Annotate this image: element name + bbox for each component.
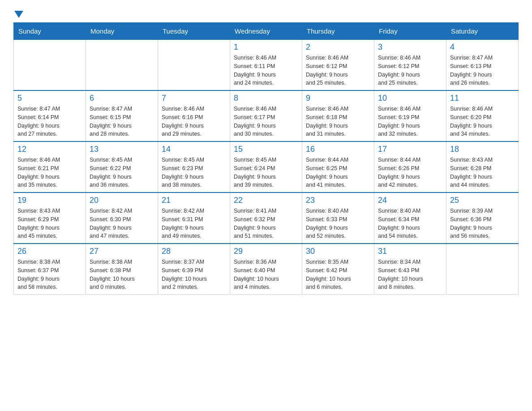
calendar-cell: 6Sunrise: 8:47 AM Sunset: 6:15 PM Daylig… — [86, 90, 158, 141]
day-info: Sunrise: 8:38 AM Sunset: 6:37 PM Dayligh… — [17, 258, 82, 291]
day-info: Sunrise: 8:44 AM Sunset: 6:26 PM Dayligh… — [378, 156, 442, 189]
day-number: 5 — [17, 94, 82, 103]
weekday-header-thursday: Thursday — [302, 23, 374, 40]
day-number: 20 — [90, 196, 154, 205]
day-number: 27 — [90, 247, 154, 256]
day-number: 31 — [378, 247, 442, 256]
calendar-cell: 1Sunrise: 8:46 AM Sunset: 6:11 PM Daylig… — [230, 40, 302, 91]
calendar-cell — [86, 40, 158, 91]
day-number: 8 — [234, 94, 298, 103]
day-info: Sunrise: 8:47 AM Sunset: 6:14 PM Dayligh… — [17, 105, 82, 138]
calendar-header-row: SundayMondayTuesdayWednesdayThursdayFrid… — [14, 23, 519, 40]
page-header — [13, 9, 519, 18]
day-info: Sunrise: 8:41 AM Sunset: 6:32 PM Dayligh… — [234, 207, 298, 240]
day-info: Sunrise: 8:35 AM Sunset: 6:42 PM Dayligh… — [306, 258, 370, 291]
day-number: 11 — [450, 94, 515, 103]
logo-triangle-icon — [14, 11, 23, 18]
day-info: Sunrise: 8:40 AM Sunset: 6:33 PM Dayligh… — [306, 207, 370, 240]
day-number: 9 — [306, 94, 370, 103]
day-info: Sunrise: 8:40 AM Sunset: 6:34 PM Dayligh… — [378, 207, 442, 240]
day-number: 14 — [162, 145, 226, 154]
calendar-cell: 27Sunrise: 8:38 AM Sunset: 6:38 PM Dayli… — [86, 244, 158, 295]
day-info: Sunrise: 8:45 AM Sunset: 6:24 PM Dayligh… — [234, 156, 298, 189]
weekday-header-saturday: Saturday — [446, 23, 519, 40]
calendar-cell: 3Sunrise: 8:46 AM Sunset: 6:12 PM Daylig… — [374, 40, 446, 91]
day-info: Sunrise: 8:46 AM Sunset: 6:12 PM Dayligh… — [306, 54, 370, 87]
day-number: 26 — [17, 247, 82, 256]
calendar-cell: 20Sunrise: 8:42 AM Sunset: 6:30 PM Dayli… — [86, 193, 158, 244]
calendar-cell: 4Sunrise: 8:47 AM Sunset: 6:13 PM Daylig… — [446, 40, 519, 91]
calendar-cell: 12Sunrise: 8:46 AM Sunset: 6:21 PM Dayli… — [14, 141, 86, 193]
calendar-cell: 18Sunrise: 8:43 AM Sunset: 6:28 PM Dayli… — [446, 141, 519, 193]
calendar-cell: 7Sunrise: 8:46 AM Sunset: 6:16 PM Daylig… — [158, 90, 230, 141]
day-number: 21 — [162, 196, 226, 205]
calendar-cell — [14, 40, 86, 91]
day-number: 15 — [234, 145, 298, 154]
day-number: 6 — [90, 94, 154, 103]
day-info: Sunrise: 8:46 AM Sunset: 6:21 PM Dayligh… — [17, 156, 82, 189]
day-number: 3 — [378, 43, 442, 52]
day-info: Sunrise: 8:47 AM Sunset: 6:15 PM Dayligh… — [90, 105, 154, 138]
day-info: Sunrise: 8:46 AM Sunset: 6:11 PM Dayligh… — [234, 54, 298, 87]
day-number: 23 — [306, 196, 370, 205]
day-number: 25 — [450, 196, 515, 205]
day-info: Sunrise: 8:45 AM Sunset: 6:23 PM Dayligh… — [162, 156, 226, 189]
calendar-cell: 15Sunrise: 8:45 AM Sunset: 6:24 PM Dayli… — [230, 141, 302, 193]
day-info: Sunrise: 8:36 AM Sunset: 6:40 PM Dayligh… — [234, 258, 298, 291]
calendar-cell: 14Sunrise: 8:45 AM Sunset: 6:23 PM Dayli… — [158, 141, 230, 193]
day-number: 30 — [306, 247, 370, 256]
day-number: 13 — [90, 145, 154, 154]
day-info: Sunrise: 8:46 AM Sunset: 6:20 PM Dayligh… — [450, 105, 515, 138]
day-info: Sunrise: 8:45 AM Sunset: 6:22 PM Dayligh… — [90, 156, 154, 189]
day-info: Sunrise: 8:43 AM Sunset: 6:28 PM Dayligh… — [450, 156, 515, 189]
logo — [13, 9, 23, 18]
day-info: Sunrise: 8:38 AM Sunset: 6:38 PM Dayligh… — [90, 258, 154, 291]
day-number: 7 — [162, 94, 226, 103]
day-number: 10 — [378, 94, 442, 103]
calendar-cell: 5Sunrise: 8:47 AM Sunset: 6:14 PM Daylig… — [14, 90, 86, 141]
calendar-cell — [158, 40, 230, 91]
day-info: Sunrise: 8:37 AM Sunset: 6:39 PM Dayligh… — [162, 258, 226, 291]
calendar-cell: 19Sunrise: 8:43 AM Sunset: 6:29 PM Dayli… — [14, 193, 86, 244]
day-info: Sunrise: 8:46 AM Sunset: 6:16 PM Dayligh… — [162, 105, 226, 138]
calendar-cell — [446, 244, 519, 295]
day-info: Sunrise: 8:46 AM Sunset: 6:12 PM Dayligh… — [378, 54, 442, 87]
day-number: 2 — [306, 43, 370, 52]
calendar-cell: 9Sunrise: 8:46 AM Sunset: 6:18 PM Daylig… — [302, 90, 374, 141]
weekday-header-sunday: Sunday — [14, 23, 86, 40]
calendar-cell: 29Sunrise: 8:36 AM Sunset: 6:40 PM Dayli… — [230, 244, 302, 295]
day-info: Sunrise: 8:43 AM Sunset: 6:29 PM Dayligh… — [17, 207, 82, 240]
day-info: Sunrise: 8:44 AM Sunset: 6:25 PM Dayligh… — [306, 156, 370, 189]
weekday-header-tuesday: Tuesday — [158, 23, 230, 40]
calendar-cell: 30Sunrise: 8:35 AM Sunset: 6:42 PM Dayli… — [302, 244, 374, 295]
calendar-cell: 23Sunrise: 8:40 AM Sunset: 6:33 PM Dayli… — [302, 193, 374, 244]
day-number: 28 — [162, 247, 226, 256]
day-number: 1 — [234, 43, 298, 52]
day-info: Sunrise: 8:42 AM Sunset: 6:30 PM Dayligh… — [90, 207, 154, 240]
day-number: 18 — [450, 145, 515, 154]
day-number: 17 — [378, 145, 442, 154]
calendar-week-row: 26Sunrise: 8:38 AM Sunset: 6:37 PM Dayli… — [14, 244, 519, 295]
day-info: Sunrise: 8:39 AM Sunset: 6:36 PM Dayligh… — [450, 207, 515, 240]
calendar-cell: 26Sunrise: 8:38 AM Sunset: 6:37 PM Dayli… — [14, 244, 86, 295]
calendar-week-row: 1Sunrise: 8:46 AM Sunset: 6:11 PM Daylig… — [14, 40, 519, 91]
calendar-table: SundayMondayTuesdayWednesdayThursdayFrid… — [13, 22, 519, 295]
weekday-header-wednesday: Wednesday — [230, 23, 302, 40]
calendar-week-row: 12Sunrise: 8:46 AM Sunset: 6:21 PM Dayli… — [14, 141, 519, 193]
day-info: Sunrise: 8:46 AM Sunset: 6:19 PM Dayligh… — [378, 105, 442, 138]
calendar-cell: 25Sunrise: 8:39 AM Sunset: 6:36 PM Dayli… — [446, 193, 519, 244]
calendar-cell: 10Sunrise: 8:46 AM Sunset: 6:19 PM Dayli… — [374, 90, 446, 141]
calendar-cell: 21Sunrise: 8:42 AM Sunset: 6:31 PM Dayli… — [158, 193, 230, 244]
calendar-cell: 22Sunrise: 8:41 AM Sunset: 6:32 PM Dayli… — [230, 193, 302, 244]
day-info: Sunrise: 8:47 AM Sunset: 6:13 PM Dayligh… — [450, 54, 515, 87]
day-number: 29 — [234, 247, 298, 256]
calendar-cell: 16Sunrise: 8:44 AM Sunset: 6:25 PM Dayli… — [302, 141, 374, 193]
calendar-cell: 17Sunrise: 8:44 AM Sunset: 6:26 PM Dayli… — [374, 141, 446, 193]
calendar-cell: 2Sunrise: 8:46 AM Sunset: 6:12 PM Daylig… — [302, 40, 374, 91]
day-number: 24 — [378, 196, 442, 205]
day-info: Sunrise: 8:34 AM Sunset: 6:43 PM Dayligh… — [378, 258, 442, 291]
calendar-cell: 8Sunrise: 8:46 AM Sunset: 6:17 PM Daylig… — [230, 90, 302, 141]
calendar-cell: 13Sunrise: 8:45 AM Sunset: 6:22 PM Dayli… — [86, 141, 158, 193]
weekday-header-monday: Monday — [86, 23, 158, 40]
calendar-cell: 11Sunrise: 8:46 AM Sunset: 6:20 PM Dayli… — [446, 90, 519, 141]
